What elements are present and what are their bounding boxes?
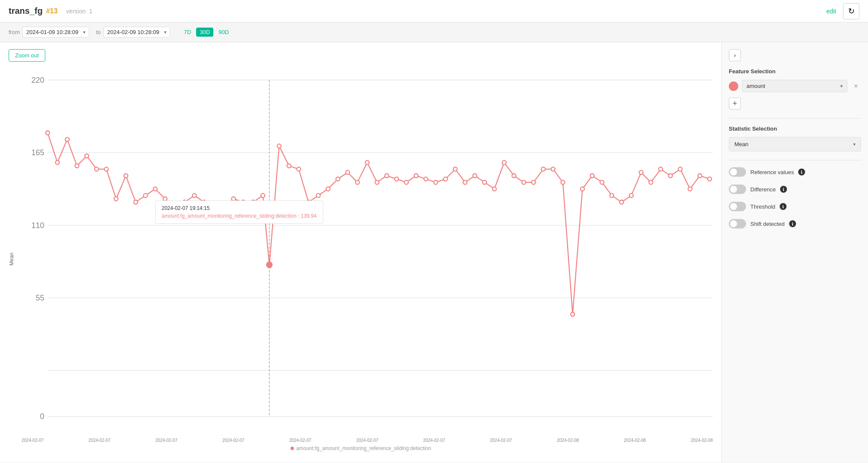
svg-point-30: [222, 207, 226, 211]
main-content: Zoom out Mean 220 165 110 55 0: [0, 42, 868, 462]
reference-values-label: Reference values: [750, 169, 794, 175]
svg-point-70: [610, 194, 614, 197]
difference-info-icon[interactable]: ℹ: [780, 186, 787, 193]
svg-point-73: [639, 170, 643, 174]
period-90d-button[interactable]: 90D: [215, 28, 232, 37]
app-title: trans_fg: [9, 6, 43, 16]
svg-point-14: [65, 138, 69, 141]
app-id: #13: [46, 7, 58, 15]
svg-point-12: [46, 131, 50, 135]
period-7d-button[interactable]: 7D: [181, 28, 195, 37]
difference-toggle[interactable]: [729, 185, 746, 194]
svg-point-57: [483, 180, 487, 184]
svg-point-39: [306, 200, 310, 204]
svg-point-46: [375, 180, 379, 184]
svg-point-18: [104, 167, 108, 171]
svg-point-43: [346, 170, 350, 174]
threshold-toggle[interactable]: [729, 202, 746, 211]
feature-select[interactable]: amount: [742, 80, 847, 92]
svg-point-56: [473, 174, 477, 178]
svg-text:110: 110: [31, 220, 44, 229]
svg-point-31: [231, 197, 235, 201]
svg-point-37: [287, 164, 291, 168]
svg-point-50: [414, 174, 418, 178]
difference-toggle-row: Difference ℹ: [729, 185, 861, 194]
x-label: 2024-02-08: [557, 438, 579, 443]
svg-point-22: [144, 194, 147, 197]
svg-point-17: [94, 167, 98, 171]
x-label: 2024-02-08: [624, 438, 646, 443]
zoom-out-button[interactable]: Zoom out: [9, 49, 45, 62]
svg-point-62: [531, 180, 535, 184]
period-buttons: 7D 30D 90D: [181, 28, 232, 37]
to-date-wrapper: 2024-02-09 10:28:09: [103, 27, 170, 38]
difference-slider: [729, 185, 746, 194]
svg-point-63: [541, 167, 545, 171]
version-num: 1: [89, 8, 93, 15]
svg-point-36: [277, 144, 281, 148]
reference-values-info-icon[interactable]: ℹ: [798, 169, 805, 175]
controls-bar: from 2024-01-09 10:28:09 to 2024-02-09 1…: [0, 22, 868, 42]
chart-wrapper: Mean 220 165 110 55 0: [9, 67, 713, 451]
svg-point-29: [212, 210, 216, 214]
difference-label: Difference: [750, 186, 776, 193]
add-feature-button[interactable]: +: [729, 97, 741, 109]
shift-detected-slider: [729, 219, 746, 228]
feature-selection-title: Feature Selection: [729, 68, 861, 75]
shift-detected-toggle[interactable]: [729, 219, 746, 228]
svg-point-34: [261, 194, 265, 197]
from-date-select[interactable]: 2024-01-09 10:28:09: [22, 27, 89, 38]
x-label: 2024-02-07: [88, 438, 110, 443]
svg-point-21: [134, 200, 137, 204]
svg-point-75: [659, 167, 662, 171]
chart-svg-container: 220 165 110 55 0: [22, 67, 713, 430]
reference-values-toggle[interactable]: [729, 167, 746, 177]
reference-values-toggle-row: Reference values ℹ: [729, 167, 861, 177]
svg-point-74: [649, 180, 653, 184]
svg-point-65: [561, 180, 565, 184]
chart-area: Zoom out Mean 220 165 110 55 0: [0, 42, 721, 462]
svg-point-26: [183, 200, 187, 204]
legend-dot: [290, 447, 294, 450]
svg-point-55: [463, 180, 467, 184]
svg-point-25: [173, 207, 177, 211]
svg-point-49: [404, 180, 408, 184]
from-date-group: from 2024-01-09 10:28:09: [9, 27, 89, 38]
header: trans_fg #13 version 1 edit ↻: [0, 0, 868, 22]
legend-label: amount:fg_amount_monitoring_reference_sl…: [297, 445, 431, 451]
svg-point-23: [153, 187, 157, 191]
svg-point-76: [668, 174, 672, 178]
svg-point-79: [698, 174, 702, 178]
x-label: 2024-02-07: [490, 438, 512, 443]
stat-select-wrapper: Mean Median Std Dev Min Max: [729, 137, 861, 151]
collapse-sidebar-button[interactable]: ›: [729, 49, 741, 61]
divider: [729, 118, 861, 119]
svg-point-54: [453, 167, 457, 171]
shift-detected-info-icon[interactable]: ℹ: [789, 220, 796, 227]
threshold-toggle-row: Threshold ℹ: [729, 202, 861, 211]
svg-point-13: [56, 160, 59, 164]
svg-point-32: [241, 200, 245, 204]
threshold-slider: [729, 202, 746, 211]
to-date-select[interactable]: 2024-02-09 10:28:09: [103, 27, 170, 38]
period-30d-button[interactable]: 30D: [196, 28, 213, 37]
statistic-select[interactable]: Mean Median Std Dev Min Max: [729, 137, 861, 151]
feature-row: amount ×: [729, 80, 861, 92]
shift-detected-label: Shift detected: [750, 221, 785, 227]
feature-color-dot: [729, 81, 738, 91]
threshold-info-icon[interactable]: ℹ: [780, 203, 787, 210]
svg-point-20: [124, 174, 128, 178]
from-label: from: [9, 29, 20, 35]
svg-point-45: [365, 160, 369, 164]
refresh-button[interactable]: ↻: [843, 3, 859, 19]
svg-point-61: [522, 180, 526, 184]
svg-point-47: [385, 174, 389, 178]
reference-values-slider: [729, 167, 746, 177]
edit-link[interactable]: edit: [826, 8, 836, 15]
to-date-group: to 2024-02-09 10:28:09: [96, 27, 170, 38]
svg-point-27: [192, 194, 196, 197]
remove-feature-button[interactable]: ×: [851, 81, 861, 91]
x-label: 2024-02-07: [22, 438, 44, 443]
svg-point-60: [512, 174, 516, 178]
svg-point-38: [297, 167, 301, 171]
